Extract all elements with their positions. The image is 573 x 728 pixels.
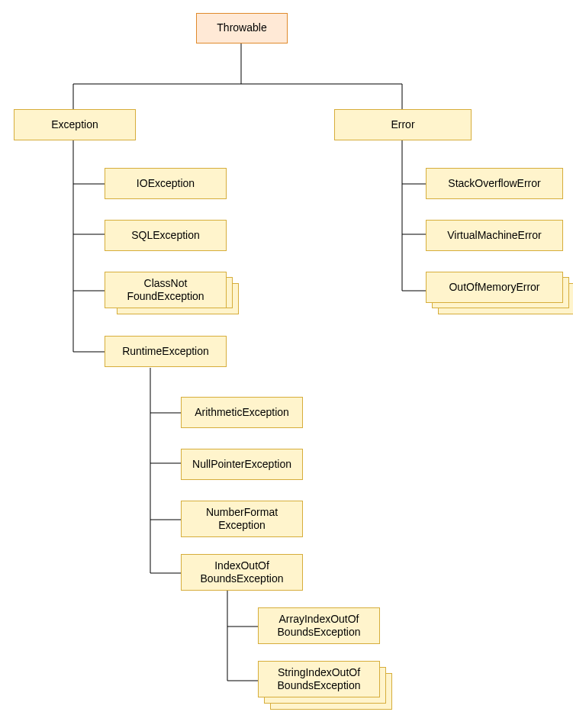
node-numberformatexception: NumberFormatException <box>181 501 303 537</box>
node-error: Error <box>334 109 472 140</box>
node-nullpointerexception: NullPointerException <box>181 449 303 480</box>
node-stringindexoutofboundsexception: StringIndexOutOfBoundsException <box>258 661 380 697</box>
label-throwable: Throwable <box>217 21 266 35</box>
label-arrayioob: ArrayIndexOutOfBoundsException <box>278 613 361 639</box>
label-outofmemory: OutOfMemoryError <box>449 281 539 295</box>
node-exception: Exception <box>14 109 136 140</box>
node-sqlexception: SQLException <box>105 220 227 251</box>
label-ioexception: IOException <box>137 177 195 191</box>
label-cnfe: ClassNotFoundException <box>127 277 204 304</box>
label-indexoob: IndexOutOfBoundsException <box>201 559 284 586</box>
label-nullpointer: NullPointerException <box>192 458 291 472</box>
node-ioexception: IOException <box>105 168 227 199</box>
node-virtualmachineerror: VirtualMachineError <box>426 220 563 251</box>
label-arithmetic: ArithmeticException <box>195 406 289 420</box>
node-runtimeexception: RuntimeException <box>105 336 227 367</box>
label-stringioob: StringIndexOutOfBoundsException <box>278 666 361 693</box>
node-throwable: Throwable <box>196 13 288 43</box>
node-arrayindexoutofboundsexception: ArrayIndexOutOfBoundsException <box>258 607 380 644</box>
node-stackoverflowerror: StackOverflowError <box>426 168 563 199</box>
label-runtimeexception: RuntimeException <box>122 345 209 359</box>
node-classnotfoundexception: ClassNotFoundException <box>105 272 227 308</box>
node-outofmemoryerror: OutOfMemoryError <box>426 272 563 303</box>
node-indexoutofboundsexception: IndexOutOfBoundsException <box>181 554 303 591</box>
label-error: Error <box>391 118 414 132</box>
node-arithmeticexception: ArithmeticException <box>181 397 303 428</box>
label-virtualmachine: VirtualMachineError <box>447 229 541 243</box>
label-sqlexception: SQLException <box>131 229 200 243</box>
label-exception: Exception <box>51 118 98 132</box>
label-numberformat: NumberFormatException <box>206 506 278 533</box>
label-stackoverflow: StackOverflowError <box>448 177 540 191</box>
